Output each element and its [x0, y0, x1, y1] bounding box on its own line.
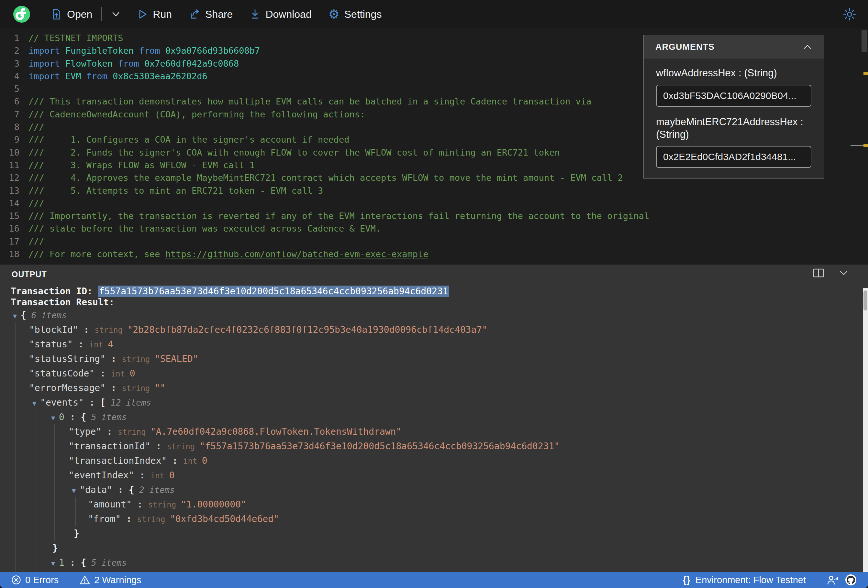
json-tree-row: ▼1 : { 5 items — [0, 556, 862, 570]
json-col: : — [64, 412, 81, 422]
open-file-icon — [50, 9, 62, 20]
code-token: /// CadenceOwnedAccount (COA), performin… — [28, 109, 365, 119]
output-header: OUTPUT — [0, 265, 868, 283]
json-itm: 5 items — [86, 558, 127, 567]
json-col: : — [132, 499, 148, 510]
json-tree-row: "eventIndex" : int 0 — [0, 468, 862, 483]
run-button[interactable]: Run — [137, 9, 172, 21]
collapse-arrow-icon[interactable]: ▼ — [51, 414, 55, 422]
code-token: /// This transaction demonstrates how mu… — [28, 96, 591, 106]
line-number: 7 — [0, 108, 19, 121]
code-token: /// 4. Approves the example MaybeMintERC… — [28, 173, 623, 183]
output-collapse-chevron-icon[interactable] — [839, 270, 849, 276]
json-tree: ▼{ 6 items"blockId" : string "2b28cbfb87… — [0, 308, 862, 572]
json-key: "statusString" — [29, 354, 105, 364]
theme-toggle-sun-icon[interactable] — [843, 7, 856, 21]
run-label: Run — [153, 9, 172, 21]
line-number: 12 — [0, 171, 19, 184]
editor-scrollbar-thumb[interactable] — [862, 30, 867, 52]
json-str: "2b28cbfb87da2cfec4f0232c6f883f0f12c95b3… — [127, 324, 487, 335]
feedback-person-icon[interactable] — [827, 575, 839, 585]
collapse-arrow-icon[interactable]: ▼ — [13, 312, 17, 320]
code-link[interactable]: https://github.com/onflow/batched-evm-ex… — [165, 249, 428, 259]
open-button[interactable]: Open — [50, 9, 92, 21]
arguments-title: ARGUMENTS — [655, 42, 714, 52]
json-typ: int — [89, 340, 108, 349]
line-number: 13 — [0, 184, 19, 197]
json-typ: int — [151, 471, 169, 480]
code-line: 15/// Importantly, the transaction is re… — [0, 209, 854, 222]
code-token: /// 5. Attempts to mint an ERC721 token … — [28, 186, 323, 196]
share-icon — [189, 9, 200, 20]
github-icon[interactable] — [845, 574, 857, 586]
transaction-id-line: Transaction ID: f557a1573b76aa53e73d46f3… — [11, 286, 449, 296]
arguments-panel-header[interactable]: ARGUMENTS — [644, 35, 824, 59]
json-typ: string — [167, 442, 199, 451]
share-button[interactable]: Share — [189, 9, 233, 21]
json-num: 0 — [130, 368, 135, 379]
flow-runner-logo-icon — [13, 6, 30, 23]
code-token: // TESTNET IMPORTS — [28, 33, 123, 43]
overview-ruler-line — [850, 145, 864, 146]
download-button[interactable]: Download — [249, 9, 311, 21]
errors-status[interactable]: 0 Errors — [11, 575, 59, 585]
output-scrollbar-track[interactable] — [863, 288, 868, 572]
code-token: 0x9a0766d93b6608b7 — [165, 46, 260, 56]
transaction-result-label: Transaction Result: — [11, 297, 114, 308]
output-panel: OUTPUT Transaction ID: f557a1573b76aa53e… — [0, 265, 868, 572]
code-token: /// 3. Wraps FLOW as WFLOW - EVM call 1 — [28, 160, 255, 170]
collapse-arrow-icon[interactable]: ▼ — [72, 487, 76, 495]
collapse-chevron-up-icon[interactable] — [803, 44, 812, 50]
json-str: "f557a1573b76aa53e73d46f3e10d200d5c18a65… — [200, 441, 560, 451]
collapse-arrow-icon[interactable]: ▼ — [51, 560, 55, 567]
json-idx: 1 — [59, 557, 64, 568]
json-itm: 2 items — [134, 485, 175, 495]
json-key: "amount" — [88, 499, 132, 510]
line-number: 16 — [0, 222, 19, 235]
json-tree-row: } — [0, 541, 862, 556]
argument-label: maybeMintERC721AddressHex : (String) — [656, 116, 808, 141]
code-token: 0x7e60df042a9c0868 — [144, 59, 239, 69]
collapse-arrow-icon[interactable]: ▼ — [32, 399, 36, 407]
output-scrollbar-thumb[interactable] — [864, 290, 867, 311]
code-token: 0x8c5303eaa26202d6 — [113, 71, 207, 81]
line-number: 9 — [0, 133, 19, 146]
json-col: : — [167, 455, 183, 466]
json-tree-row: "transactionId" : string "f557a1573b76aa… — [0, 439, 862, 454]
argument-field: maybeMintERC721AddressHex : (String) — [656, 116, 811, 168]
status-bar: 0 Errors 2 Warnings {} Environment: Flow… — [0, 572, 868, 588]
settings-button[interactable]: ⚙ Settings — [329, 9, 382, 21]
json-tree-row: ▼0 : { 5 items — [0, 410, 862, 424]
json-col: : — [112, 485, 129, 495]
code-token: FungibleToken — [65, 46, 134, 56]
json-key: "transactionId" — [69, 441, 151, 451]
json-tree-row: ▼"data" : { 2 items — [0, 483, 862, 497]
line-number: 4 — [0, 70, 19, 83]
code-token: EVM — [65, 71, 81, 81]
json-str: "A.7e60df042a9c0868.FlowToken.TokensWith… — [151, 426, 401, 437]
code-line: 14/// — [0, 197, 854, 209]
line-number: 18 — [0, 248, 19, 260]
environment-status[interactable]: {} Environment: Flow Testnet — [682, 575, 806, 585]
json-itm: 12 items — [105, 398, 151, 408]
open-label: Open — [67, 9, 92, 21]
json-col: : — [134, 470, 151, 480]
settings-gear-icon: ⚙ — [329, 9, 340, 20]
open-dropdown-chevron-icon[interactable] — [111, 11, 121, 18]
transaction-id-label: Transaction ID: — [11, 286, 98, 296]
json-str: "" — [155, 383, 166, 393]
wflow-address-input[interactable] — [656, 85, 811, 107]
json-col: : — [151, 441, 167, 451]
warnings-status[interactable]: 2 Warnings — [79, 575, 142, 585]
json-col: : — [94, 368, 111, 379]
maybe-mint-erc721-address-input[interactable] — [656, 146, 811, 168]
transaction-id-value[interactable]: f557a1573b76aa53e73d46f3e10d200d5c18a653… — [98, 286, 449, 297]
split-view-icon[interactable] — [813, 268, 824, 277]
json-brc: [ — [100, 397, 105, 408]
json-tree-row: ▼{ 6 items — [0, 308, 862, 323]
code-token: import — [28, 71, 65, 81]
json-typ: string — [122, 384, 155, 393]
json-typ: string — [137, 515, 170, 524]
json-tree-row: "errorMessage" : string "" — [0, 381, 862, 395]
json-typ: int — [111, 369, 130, 379]
